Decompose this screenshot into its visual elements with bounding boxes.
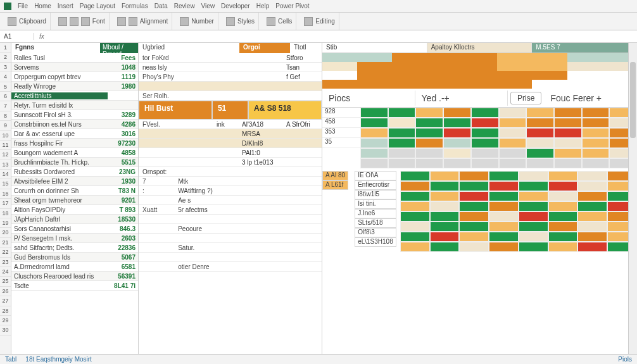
row-num[interactable]: 3 [0,63,11,72]
heatmap-cell[interactable] [415,138,443,148]
row-num[interactable]: 6 [0,92,11,101]
heatmap-cell[interactable] [499,148,527,158]
left-table-row[interactable]: Cluschors Rearooed lead ris56391 [11,272,138,281]
mid-gap-row[interactable] [139,82,322,91]
mini-heat-cell[interactable] [519,171,548,181]
mini-heat-cell[interactable] [459,242,489,252]
row-num[interactable]: 13 [0,160,11,170]
conditional-format-icon[interactable] [226,17,235,26]
heatmap-cell[interactable] [526,128,554,138]
row-num[interactable]: 20 [0,228,11,237]
row-num[interactable]: 16 [0,189,11,199]
heatmap-cell[interactable] [554,138,582,148]
insert-cells-icon[interactable] [267,17,275,26]
mini-heat-cell[interactable] [430,191,460,201]
italic-icon[interactable] [70,17,79,26]
mid-table-row[interactable]: neas lslyTsan [139,63,322,72]
mini-right-cell[interactable]: IE OI\A [355,171,396,180]
heatmap-cell[interactable] [388,108,416,118]
mini-right-cell[interactable]: Enfiecrotisr [355,180,396,190]
mini-heat-cell[interactable] [548,222,578,232]
mini-heat-cell[interactable] [577,171,607,181]
heatmap-cell[interactable] [443,158,471,168]
mini-heat-cell[interactable] [459,211,489,222]
row-num[interactable]: 26 [0,287,11,296]
big-hdr-1[interactable]: Piocs [322,91,415,106]
mini-left-cell[interactable]: A L61f [322,180,348,190]
mini-heat-cell[interactable] [489,201,519,211]
left-table-row[interactable]: Ralles TuslFees [11,53,138,63]
mini-heat-cell[interactable] [430,222,460,232]
mid-lower-row[interactable]: otier Denre [139,262,322,272]
heatmap-cell[interactable] [471,148,499,158]
heatmap-cell[interactable] [554,118,582,128]
heatmap-cell[interactable] [471,118,499,128]
row-num[interactable]: 24 [0,267,11,277]
tab-file[interactable]: File [18,3,28,9]
autosum-icon[interactable] [304,17,313,26]
heatmap-cell[interactable] [499,108,527,118]
mini-heat-cell[interactable] [548,242,578,252]
heatmap-cell[interactable] [360,148,388,158]
mid-group-row[interactable]: Ornspot: [139,167,322,177]
row-num[interactable]: 28 [0,306,11,316]
heatmap-cell[interactable] [360,158,388,168]
heatmap-cell[interactable] [582,158,610,168]
left-table-row[interactable]: P/ Sensegetm I msk.2603 [11,234,138,243]
mini-heat-cell[interactable] [577,211,607,222]
heatmap-cell[interactable] [388,138,416,148]
left-table-row[interactable]: Rubessits Oordwored23NG [11,167,138,177]
mini-heat-cell[interactable] [577,181,607,191]
mini-right-cell[interactable]: Olf8\3 [355,228,396,237]
mini-heat-cell[interactable] [430,181,460,191]
mini-heat-cell[interactable] [519,222,548,232]
mini-heat-cell[interactable] [519,201,548,211]
left-table-row[interactable]: Sorvems1048 [11,63,138,72]
mid-table-row[interactable]: Phoy's Phyf Gef [139,72,322,82]
mid-sec-cell-2[interactable]: 51 [212,101,248,120]
tab-home[interactable]: Home [34,3,51,9]
align-left-icon[interactable] [117,17,126,26]
heatmap-cells[interactable] [360,108,637,168]
mid-sub-row[interactable]: D/KInI8 [139,139,322,148]
mid-sub-row[interactable]: 3 lp t1e013 [139,158,322,167]
right-hdr-1[interactable]: Stib [322,43,427,53]
right-hdr-3[interactable]: M.5ES 7 [532,43,637,53]
row-num[interactable]: 2 [0,53,11,62]
align-center-icon[interactable] [129,17,137,26]
left-table-row[interactable]: Bruchlinmbiacte Th. Hickp.5515 [11,158,138,167]
mini-right-cell[interactable]: eL\1S3H108 [355,237,396,247]
row-num[interactable]: 21 [0,238,11,248]
mid-lower-row[interactable]: Satur. [139,243,322,253]
mini-right-cell[interactable]: J.Ine6 [355,209,396,218]
row-num[interactable]: 1 [0,43,11,53]
mini-heat-cell[interactable] [459,191,489,201]
sheet-tab-1[interactable]: Tabl [5,356,16,363]
row-num[interactable]: 11 [0,141,11,150]
mini-heat-cell[interactable] [489,222,519,232]
mini-heat-cell[interactable] [577,201,607,211]
fx-icon[interactable]: fx [34,33,49,40]
mini-heat-cell[interactable] [548,181,578,191]
mini-heat-cell[interactable] [400,191,430,201]
mini-heat-cell[interactable] [400,242,430,252]
mid-lower-row[interactable] [139,234,322,243]
mid-lower-row[interactable]: Ae s [139,196,322,205]
left-table-row[interactable]: Retyr. Turm edisitd lx [11,101,138,110]
mid-sec-cell-3[interactable]: A& S8 518 [248,101,322,120]
left-header-col1[interactable]: Fgnns [11,43,100,53]
row-num[interactable]: 4 [0,72,11,82]
heatmap-cell[interactable] [415,108,443,118]
vertical-scrollbar[interactable] [628,43,637,354]
mid-lower-row[interactable] [139,253,322,262]
row-num[interactable]: 27 [0,296,11,306]
mini-heat-cell[interactable] [489,242,519,252]
mid-lower-row[interactable]: Peooure [139,224,322,234]
mini-heat-cell[interactable] [519,211,548,222]
mini-heat-cell[interactable] [430,232,460,242]
heatmap-cell[interactable] [499,158,527,168]
heatmap-cell[interactable] [415,128,443,138]
left-table-row[interactable]: Boungorn wadement A4858 [11,148,138,158]
mini-heat-cell[interactable] [459,201,489,211]
filter-button-prise[interactable]: Prise [510,92,541,104]
